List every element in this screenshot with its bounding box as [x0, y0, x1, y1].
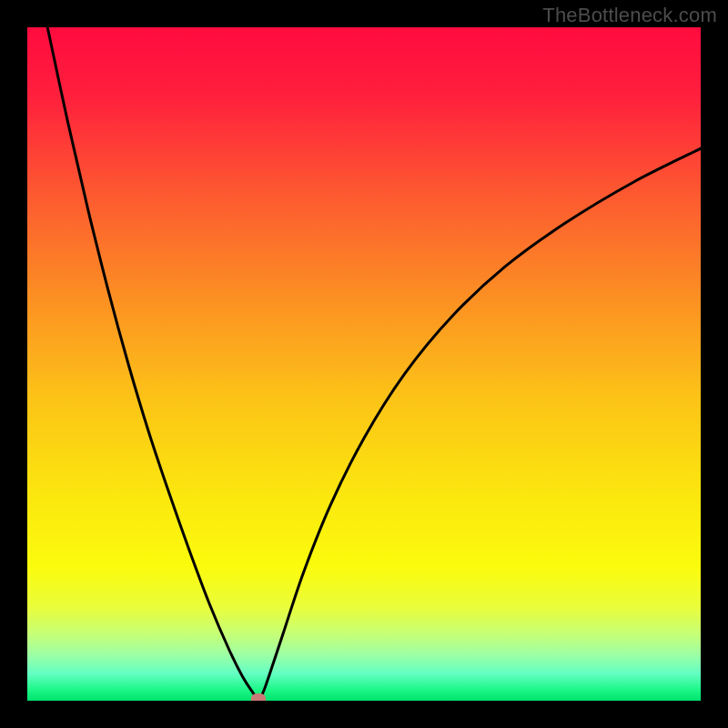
plot-area: [27, 27, 701, 701]
bottleneck-curve: [27, 27, 701, 701]
watermark-text: TheBottleneck.com: [542, 4, 717, 27]
chart-frame: TheBottleneck.com: [0, 0, 728, 728]
bottleneck-marker: [251, 693, 266, 701]
